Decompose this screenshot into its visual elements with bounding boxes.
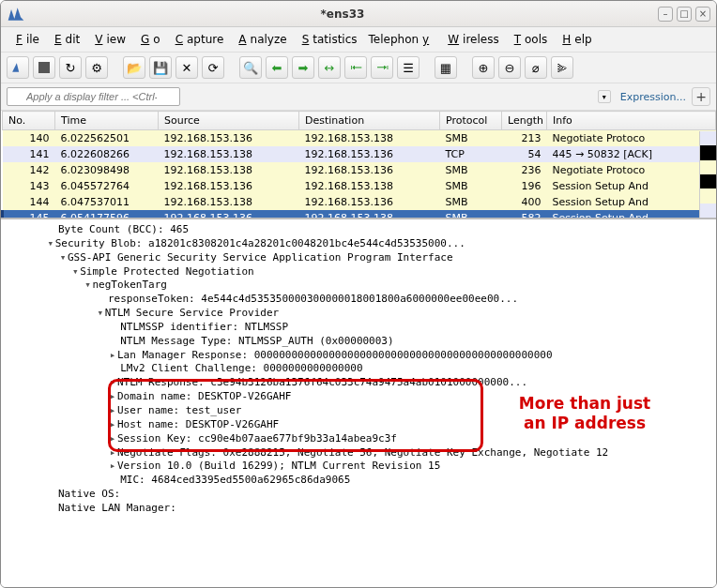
menu-file[interactable]: File xyxy=(8,31,43,48)
caret-down-icon[interactable]: ▾ xyxy=(83,279,92,293)
menu-help[interactable]: Help xyxy=(555,31,595,48)
colorize-icon[interactable]: ▦ xyxy=(435,56,457,79)
annotation-highlight-box xyxy=(108,379,483,452)
col-len[interactable]: Length xyxy=(502,112,547,130)
caret-down-icon[interactable]: ▾ xyxy=(96,307,105,321)
packet-row[interactable]: 1436.045572764192.168.153.136192.168.153… xyxy=(3,178,716,194)
stop-icon[interactable] xyxy=(33,56,55,79)
tree-bcc: Byte Count (BCC): 465 xyxy=(58,223,189,235)
svg-rect-0 xyxy=(38,62,50,73)
zoom-in-icon[interactable]: ⊕ xyxy=(472,56,495,79)
tree-secblob: Security Blob: a18201c8308201c4a28201c00… xyxy=(55,237,465,249)
packet-list-pane: No. Time Source Destination Protocol Len… xyxy=(1,111,716,219)
tree-responsetoken: responseToken: 4e544c4d53535000030000001… xyxy=(108,293,518,305)
maximize-button[interactable]: □ xyxy=(677,7,692,22)
packet-row[interactable]: 1446.047537011192.168.153.138192.168.153… xyxy=(3,194,716,210)
callout-line1: More than just xyxy=(500,394,669,414)
packet-details-pane[interactable]: Byte Count (BCC): 465 ▾Security Blob: a1… xyxy=(1,219,716,588)
col-no[interactable]: No. xyxy=(3,112,55,130)
menu-go[interactable]: Go xyxy=(133,31,164,48)
col-proto[interactable]: Protocol xyxy=(440,112,502,130)
col-dest[interactable]: Destination xyxy=(299,112,440,130)
close-button[interactable]: × xyxy=(695,7,710,22)
caret-down-icon[interactable]: ▾ xyxy=(70,265,80,279)
go-prev-icon[interactable]: ⬅ xyxy=(266,56,288,79)
caret-right-icon[interactable]: ▸ xyxy=(108,349,117,363)
col-time[interactable]: Time xyxy=(55,112,159,130)
col-info[interactable]: Info xyxy=(547,112,716,130)
tree-ntlmssp: NTLM Secure Service Provider xyxy=(105,307,279,319)
tree-mic: MIC: 4684ced3395ed5500a62965c86da9065 xyxy=(120,474,350,486)
zoom-reset-icon[interactable]: ⌀ xyxy=(525,56,547,79)
tree-lmv2: LMv2 Client Challenge: 0000000000000000 xyxy=(120,362,362,374)
filter-row: ▮ ▾ Expression... + xyxy=(1,83,716,111)
tree-nativeos: Native OS: xyxy=(58,488,120,500)
display-filter-input[interactable] xyxy=(7,87,180,106)
menu-tools[interactable]: Tools xyxy=(507,31,552,48)
expression-link[interactable]: Expression... xyxy=(620,91,686,103)
toolbar: ↻ ⚙ 📂 💾 ✕ ⟳ 🔍 ⬅ ➡ ↔ ⭰ ⭲ ☰ ▦ ⊕ ⊖ ⌀ ⫸ xyxy=(1,53,716,83)
zoom-out-icon[interactable]: ⊖ xyxy=(498,56,521,79)
go-next-icon[interactable]: ➡ xyxy=(292,56,314,79)
packet-row[interactable]: 1426.023098498192.168.153.138192.168.153… xyxy=(3,162,716,178)
col-source[interactable]: Source xyxy=(159,112,299,130)
packet-row[interactable]: 1456.054177596192.168.153.136192.168.153… xyxy=(3,210,716,219)
minimize-button[interactable]: – xyxy=(658,7,673,22)
reload-icon[interactable]: ⟳ xyxy=(202,56,224,79)
options-icon[interactable]: ⚙ xyxy=(85,56,108,79)
menu-edit[interactable]: Edit xyxy=(47,31,84,48)
restart-icon[interactable]: ↻ xyxy=(59,56,82,79)
minimap-scrollbar[interactable] xyxy=(699,131,716,218)
resize-cols-icon[interactable]: ⫸ xyxy=(551,56,573,79)
auto-scroll-icon[interactable]: ☰ xyxy=(397,56,420,79)
menu-telephony[interactable]: Telephony xyxy=(365,31,437,48)
packet-row[interactable]: 1416.022608266192.168.153.138192.168.153… xyxy=(3,146,716,162)
close-file-icon[interactable]: ✕ xyxy=(175,56,198,79)
packet-row[interactable]: 1406.022562501192.168.153.136192.168.153… xyxy=(3,130,716,147)
tree-version: Version 10.0 (Build 16299); NTLM Current… xyxy=(117,460,440,472)
wireshark-icon xyxy=(7,5,25,23)
packet-header-row: No. Time Source Destination Protocol Len… xyxy=(3,112,716,130)
menu-statistics[interactable]: Statistics xyxy=(295,31,361,48)
caret-down-icon[interactable]: ▾ xyxy=(46,237,55,251)
chevron-down-icon[interactable]: ▾ xyxy=(598,90,611,103)
open-icon[interactable]: 📂 xyxy=(123,56,145,79)
tree-nativelm: Native LAN Manager: xyxy=(58,502,176,514)
tree-msgtype: NTLM Message Type: NTLMSSP_AUTH (0x00000… xyxy=(120,335,393,347)
tree-lmresponse: Lan Manager Response: 000000000000000000… xyxy=(117,349,553,361)
shark-fin-icon[interactable] xyxy=(7,56,29,79)
tree-ntlmid: NTLMSSP identifier: NTLMSSP xyxy=(120,321,288,333)
tree-gssapi: GSS-API Generic Security Service Applica… xyxy=(68,251,453,264)
annotation-callout: More than just an IP address xyxy=(500,394,669,434)
find-icon[interactable]: 🔍 xyxy=(239,56,262,79)
save-icon[interactable]: 💾 xyxy=(149,56,172,79)
window-title: *ens33 xyxy=(31,8,654,21)
go-last-icon[interactable]: ⭲ xyxy=(371,56,393,79)
menu-wireless[interactable]: Wireless xyxy=(440,31,502,48)
menubar: File Edit View Go Capture Analyze Statis… xyxy=(1,27,716,53)
add-filter-button[interactable]: + xyxy=(692,87,710,106)
menu-view[interactable]: View xyxy=(87,31,130,48)
callout-line2: an IP address xyxy=(500,414,669,433)
titlebar: *ens33 – □ × xyxy=(1,1,716,27)
menu-analyze[interactable]: Analyze xyxy=(231,31,290,48)
jump-icon[interactable]: ↔ xyxy=(318,56,341,79)
caret-down-icon[interactable]: ▾ xyxy=(58,251,68,265)
caret-right-icon[interactable]: ▸ xyxy=(108,460,117,474)
tree-spnego: Simple Protected Negotiation xyxy=(80,265,253,278)
menu-capture[interactable]: Capture xyxy=(168,31,228,48)
go-first-icon[interactable]: ⭰ xyxy=(344,56,367,79)
tree-negtokentarg: negTokenTarg xyxy=(92,279,166,291)
